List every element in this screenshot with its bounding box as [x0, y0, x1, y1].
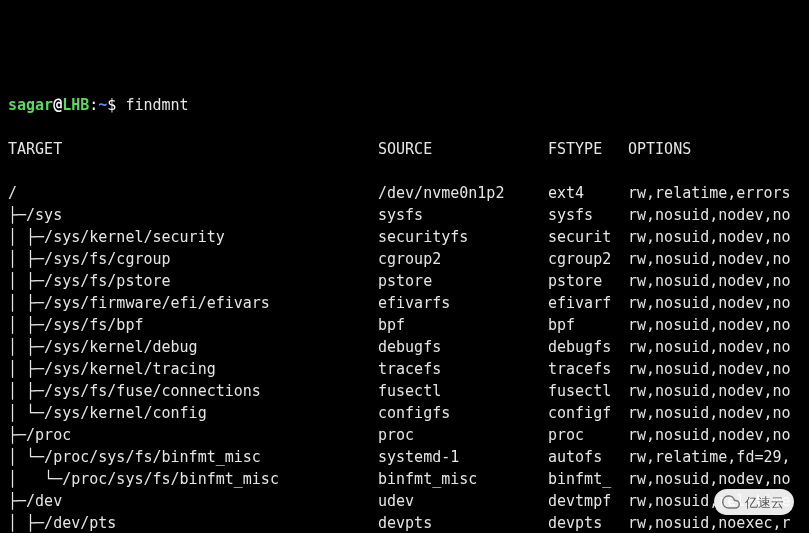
target-cell: │ ├─/sys/fs/pstore: [8, 270, 378, 292]
target-cell: ├─/sys: [8, 204, 378, 226]
options-cell: rw,nosuid,nodev,no: [628, 380, 791, 402]
fstype-cell: debugfs: [548, 336, 628, 358]
options-cell: rw,nosuid,nodev,no: [628, 314, 791, 336]
source-cell: sysfs: [378, 204, 548, 226]
fstype-cell: bpf: [548, 314, 628, 336]
options-cell: rw,nosuid,nodev,no: [628, 292, 791, 314]
prompt-at: @: [53, 96, 62, 114]
source-cell: proc: [378, 424, 548, 446]
options-cell: rw,nosuid,nodev,no: [628, 248, 791, 270]
options-cell: rw,nosuid,nodev,no: [628, 358, 791, 380]
options-cell: rw,nosuid,nodev,no: [628, 424, 791, 446]
source-cell: cgroup2: [378, 248, 548, 270]
fstype-cell: cgroup2: [548, 248, 628, 270]
fstype-cell: tracefs: [548, 358, 628, 380]
mount-row: │ ├─/sys/fs/pstorepstorepstorerw,nosuid,…: [8, 270, 801, 292]
fstype-cell: pstore: [548, 270, 628, 292]
fstype-cell: binfmt_: [548, 468, 628, 490]
prompt-dollar: $: [107, 96, 125, 114]
source-cell: fusectl: [378, 380, 548, 402]
header-target: TARGET: [8, 138, 378, 160]
target-cell: │ ├─/sys/fs/cgroup: [8, 248, 378, 270]
cloud-icon: [722, 493, 740, 511]
mount-row: │ ├─/sys/kernel/securitysecurityfssecuri…: [8, 226, 801, 248]
target-cell: │ ├─/dev/pts: [8, 512, 378, 533]
mount-row: │ ├─/sys/fs/cgroupcgroup2cgroup2rw,nosui…: [8, 248, 801, 270]
watermark-badge: 亿速云: [714, 489, 794, 515]
mount-row: │ ├─/sys/kernel/debugdebugfsdebugfsrw,no…: [8, 336, 801, 358]
mount-table-body: //dev/nvme0n1p2ext4rw,relatime,errors├─/…: [8, 182, 801, 533]
prompt-path: ~: [98, 96, 107, 114]
source-cell: udev: [378, 490, 548, 512]
source-cell: /dev/nvme0n1p2: [378, 182, 548, 204]
watermark-text: 亿速云: [745, 496, 784, 509]
source-cell: pstore: [378, 270, 548, 292]
mount-row: │ ├─/sys/fs/fuse/connectionsfusectlfusec…: [8, 380, 801, 402]
target-cell: │ ├─/sys/kernel/security: [8, 226, 378, 248]
target-cell: ├─/dev: [8, 490, 378, 512]
source-cell: efivarfs: [378, 292, 548, 314]
source-cell: securityfs: [378, 226, 548, 248]
mount-row: │ ├─/sys/kernel/tracingtracefstracefsrw,…: [8, 358, 801, 380]
mount-row: ├─/procprocprocrw,nosuid,nodev,no: [8, 424, 801, 446]
mount-row: ├─/devudevdevtmpfrw,nosuid,relatime: [8, 490, 801, 512]
options-cell: rw,nosuid,nodev,no: [628, 336, 791, 358]
mount-row: │ ├─/dev/ptsdevptsdevptsrw,nosuid,noexec…: [8, 512, 801, 533]
fstype-cell: devpts: [548, 512, 628, 533]
fstype-cell: autofs: [548, 446, 628, 468]
target-cell: │ └─/proc/sys/fs/binfmt_misc: [8, 468, 378, 490]
options-cell: rw,relatime,fd=29,: [628, 446, 791, 468]
source-cell: configfs: [378, 402, 548, 424]
target-cell: │ ├─/sys/fs/fuse/connections: [8, 380, 378, 402]
header-row: TARGETSOURCEFSTYPEOPTIONS: [8, 138, 801, 160]
options-cell: rw,nosuid,nodev,no: [628, 468, 791, 490]
target-cell: /: [8, 182, 378, 204]
prompt-host: LHB: [62, 96, 89, 114]
mount-row: │ └─/proc/sys/fs/binfmt_miscbinfmt_miscb…: [8, 468, 801, 490]
mount-row: │ ├─/sys/firmware/efi/efivarsefivarfsefi…: [8, 292, 801, 314]
fstype-cell: proc: [548, 424, 628, 446]
options-cell: rw,relatime,errors: [628, 182, 791, 204]
fstype-cell: configf: [548, 402, 628, 424]
target-cell: ├─/proc: [8, 424, 378, 446]
header-source: SOURCE: [378, 138, 548, 160]
header-options: OPTIONS: [628, 138, 691, 160]
fstype-cell: ext4: [548, 182, 628, 204]
options-cell: rw,nosuid,nodev,no: [628, 402, 791, 424]
target-cell: │ ├─/sys/kernel/debug: [8, 336, 378, 358]
source-cell: debugfs: [378, 336, 548, 358]
target-cell: │ └─/proc/sys/fs/binfmt_misc: [8, 446, 378, 468]
options-cell: rw,nosuid,nodev,no: [628, 226, 791, 248]
source-cell: systemd-1: [378, 446, 548, 468]
mount-row: │ └─/sys/kernel/configconfigfsconfigfrw,…: [8, 402, 801, 424]
options-cell: rw,nosuid,nodev,no: [628, 204, 791, 226]
options-cell: rw,nosuid,nodev,no: [628, 270, 791, 292]
prompt-colon: :: [89, 96, 98, 114]
source-cell: devpts: [378, 512, 548, 533]
fstype-cell: securit: [548, 226, 628, 248]
mount-row: //dev/nvme0n1p2ext4rw,relatime,errors: [8, 182, 801, 204]
prompt-line[interactable]: sagar@LHB:~$ findmnt: [8, 94, 801, 116]
fstype-cell: fusectl: [548, 380, 628, 402]
options-cell: rw,nosuid,noexec,r: [628, 512, 791, 533]
mount-row: │ ├─/sys/fs/bpfbpfbpfrw,nosuid,nodev,no: [8, 314, 801, 336]
header-fstype: FSTYPE: [548, 138, 628, 160]
source-cell: tracefs: [378, 358, 548, 380]
fstype-cell: sysfs: [548, 204, 628, 226]
fstype-cell: devtmpf: [548, 490, 628, 512]
target-cell: │ ├─/sys/kernel/tracing: [8, 358, 378, 380]
command: findmnt: [125, 96, 188, 114]
source-cell: binfmt_misc: [378, 468, 548, 490]
target-cell: │ ├─/sys/fs/bpf: [8, 314, 378, 336]
mount-row: │ └─/proc/sys/fs/binfmt_miscsystemd-1aut…: [8, 446, 801, 468]
prompt-user: sagar: [8, 96, 53, 114]
source-cell: bpf: [378, 314, 548, 336]
target-cell: │ └─/sys/kernel/config: [8, 402, 378, 424]
target-cell: │ ├─/sys/firmware/efi/efivars: [8, 292, 378, 314]
mount-row: ├─/syssysfssysfsrw,nosuid,nodev,no: [8, 204, 801, 226]
fstype-cell: efivarf: [548, 292, 628, 314]
